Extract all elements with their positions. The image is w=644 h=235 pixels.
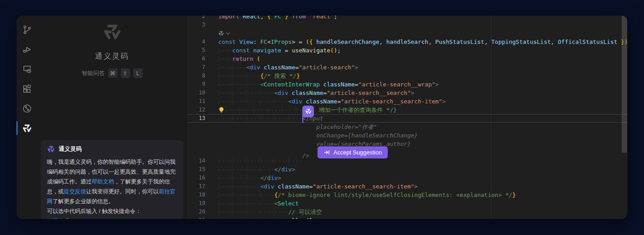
- line-number[interactable]: 8: [187, 72, 205, 80]
- tongyi-codelens-icon: [218, 30, 224, 36]
- code-editor[interactable]: 2import React, { FC } from 'react';3 4co…: [186, 16, 627, 219]
- line-number[interactable]: 18: [187, 191, 205, 199]
- line-number[interactable]: 4: [187, 38, 205, 46]
- lightbulb-icon[interactable]: [218, 107, 225, 113]
- code-line[interactable]: 20····················// 可以清空: [187, 208, 627, 216]
- sidebar-item-remote-explorer[interactable]: [17, 59, 37, 79]
- chevron-down-icon: [226, 30, 230, 34]
- hotkey-hint: 智能问答 ⌘ ⇧ L: [38, 68, 186, 78]
- panel-title: 通义灵码: [38, 51, 186, 61]
- code-line[interactable]: 3: [187, 21, 627, 29]
- code-line[interactable]: /> Accept Suggestion: [187, 148, 627, 157]
- code-line[interactable]: 8············{/* 搜索 */}: [187, 72, 627, 80]
- line-number[interactable]: [187, 29, 205, 38]
- code-line[interactable]: 2import React, { FC } from 'react';: [187, 16, 627, 21]
- key-l: L: [133, 68, 143, 78]
- code-line[interactable]: 7········<div className="article-search"…: [187, 63, 627, 72]
- explain-code-link[interactable]: 解释代码: [47, 218, 69, 219]
- run-debug-icon: [22, 44, 32, 55]
- code-line[interactable]: placeholder="作者": [187, 123, 627, 131]
- code-line[interactable]: 16············</div>: [187, 174, 627, 182]
- key-shift: ⇧: [121, 68, 130, 78]
- line-number[interactable]: 12: [187, 106, 205, 114]
- line-number[interactable]: 13: [187, 114, 205, 123]
- line-number[interactable]: 7: [187, 63, 205, 72]
- line-number[interactable]: [187, 148, 205, 157]
- welcome-message: 嗨，我是通义灵码，你的智能编码助手。你可以问我编码相关的问题，也可以一起更高效、…: [47, 157, 177, 206]
- code-text: ······················ 增加一个作者的查询条件 */}: [218, 106, 397, 114]
- hotkey-hint-label: 智能问答: [82, 69, 105, 77]
- line-number[interactable]: 3: [187, 21, 205, 29]
- code-text: ················<Select: [218, 199, 299, 208]
- code-text: onChange={handleSearchChange}: [218, 131, 418, 140]
- accept-suggestion-button[interactable]: Accept Suggestion: [318, 146, 388, 158]
- line-number[interactable]: 14: [187, 157, 205, 165]
- line-number[interactable]: 5: [187, 46, 205, 55]
- sidebar-item-tongyi-lingma[interactable]: [17, 118, 37, 138]
- code-line[interactable]: value={searchParams.author}: [187, 140, 627, 148]
- code-line[interactable]: 11····················<div className="ar…: [187, 97, 627, 106]
- line-number[interactable]: 11: [187, 97, 205, 106]
- tongyi-logo-gradient-icon: [47, 145, 55, 153]
- line-number[interactable]: 9: [187, 80, 205, 89]
- line-number[interactable]: 15: [187, 165, 205, 174]
- line-number[interactable]: 21: [187, 216, 205, 219]
- code-text: ····················// 可以清空: [218, 208, 322, 216]
- code-line[interactable]: 10················<div className="articl…: [187, 89, 627, 97]
- code-text: placeholder="作者": [218, 123, 377, 131]
- editor-scrollbar[interactable]: [621, 16, 627, 219]
- code-line[interactable]: 14························: [187, 157, 627, 165]
- sidebar-item-extensions[interactable]: [17, 79, 37, 98]
- code-text: ····return (: [218, 55, 260, 63]
- assistant-card-header: 通义灵码: [47, 145, 177, 153]
- command-hint: 可以选中代码后输入 / 触发快捷命令：: [47, 206, 177, 216]
- code-text: ············{/* 搜索 */}: [218, 72, 300, 80]
- code-text: ····················<div className="arti…: [218, 97, 446, 106]
- ai-suggestion-badge-icon[interactable]: [302, 106, 314, 117]
- line-number[interactable]: [187, 140, 205, 148]
- code-line[interactable]: 9············<ContentInterWrap className…: [187, 80, 627, 89]
- code-line[interactable]: 19················<Select: [187, 199, 627, 208]
- line-number[interactable]: [187, 123, 205, 131]
- sidebar-item-commit-graph[interactable]: [17, 98, 37, 118]
- line-number[interactable]: 19: [187, 199, 205, 208]
- remote-explorer-icon: [22, 64, 32, 74]
- line-number[interactable]: 16: [187, 174, 205, 182]
- app-window: 通义灵码 智能问答 ⌘ ⇧ L 通义灵码 嗨，我是通义灵码，你的智能编码助: [17, 16, 627, 219]
- code-text: [218, 29, 229, 38]
- code-line[interactable]: 21····················allowClear: [187, 216, 627, 219]
- line-number[interactable]: 20: [187, 208, 205, 216]
- code-line[interactable]: [187, 29, 627, 38]
- code-text: ····const navigate = useNavigate();: [218, 46, 341, 55]
- code-line[interactable]: 18················{/* biome-ignore lint/…: [187, 191, 627, 199]
- key-cmd: ⌘: [108, 68, 118, 78]
- tongyi-logo-large-icon: [38, 22, 186, 42]
- code-text: ············</div>: [218, 174, 281, 182]
- inline-link[interactable]: 帮助文档: [92, 179, 114, 185]
- sidebar-item-run-debug[interactable]: [17, 39, 37, 59]
- code-line[interactable]: 15················</div>: [187, 165, 627, 174]
- line-number[interactable]: 17: [187, 182, 205, 191]
- code-line[interactable]: onChange={handleSearchChange}: [187, 131, 627, 140]
- code-line[interactable]: 5····const navigate = useNavigate();: [187, 46, 627, 55]
- message-text: 了解更多企业版的信息。: [53, 198, 114, 205]
- line-number[interactable]: 6: [187, 55, 205, 63]
- code-line[interactable]: 13························<Input: [187, 114, 627, 123]
- code-text: ················<div className="article-…: [218, 89, 414, 97]
- line-number[interactable]: 10: [187, 89, 205, 97]
- line-number[interactable]: [187, 131, 205, 140]
- tongyi-lingma-icon: [22, 123, 32, 133]
- code-line[interactable]: 4const View: FC<IProps> = ({ handleSearc…: [187, 38, 627, 46]
- scrollbar-thumb[interactable]: [622, 16, 627, 153]
- code-line[interactable]: 12 ······················ 增加一个作者的查询条件 */…: [187, 106, 627, 114]
- codelens-ai-actions[interactable]: [218, 29, 229, 38]
- code-text: ············<div className="article-sear…: [218, 182, 418, 191]
- assistant-welcome-card: 通义灵码 嗨，我是通义灵码，你的智能编码助手。你可以问我编码相关的问题，也可以一…: [41, 140, 183, 219]
- inline-link[interactable]: 提交反馈: [64, 188, 86, 195]
- code-line[interactable]: 6····return (: [187, 55, 627, 63]
- code-text: ················</div>: [218, 165, 295, 174]
- extensions-icon: [22, 84, 32, 94]
- sidebar-item-source-control[interactable]: [17, 20, 37, 39]
- line-number[interactable]: 2: [187, 16, 205, 21]
- code-line[interactable]: 17············<div className="article-se…: [187, 182, 627, 191]
